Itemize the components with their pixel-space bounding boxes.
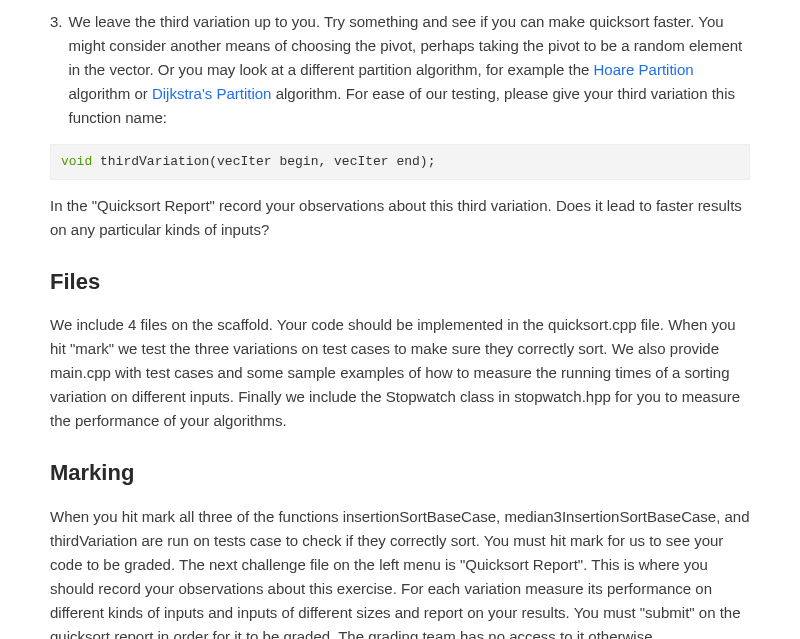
heading-files: Files (50, 264, 750, 299)
document-page: 3. We leave the third variation up to yo… (0, 0, 800, 639)
link-hoare-partition[interactable]: Hoare Partition (594, 61, 694, 78)
marking-paragraph: When you hit mark all three of the funct… (50, 505, 750, 639)
item-body: We leave the third variation up to you. … (69, 10, 750, 130)
link-dijkstra-partition[interactable]: Dijkstra's Partition (152, 85, 272, 102)
ordered-item-3: 3. We leave the third variation up to yo… (50, 10, 750, 130)
followup-paragraph: In the "Quicksort Report" record your ob… (50, 194, 750, 242)
heading-marking: Marking (50, 455, 750, 490)
item-number: 3. (50, 10, 63, 130)
code-keyword: void (61, 154, 92, 169)
code-block-third-variation: void thirdVariation(vecIter begin, vecIt… (50, 144, 750, 180)
item3-text-between: algorithm or (69, 85, 152, 102)
code-rest: thirdVariation(vecIter begin, vecIter en… (92, 154, 435, 169)
files-paragraph: We include 4 files on the scaffold. Your… (50, 313, 750, 433)
